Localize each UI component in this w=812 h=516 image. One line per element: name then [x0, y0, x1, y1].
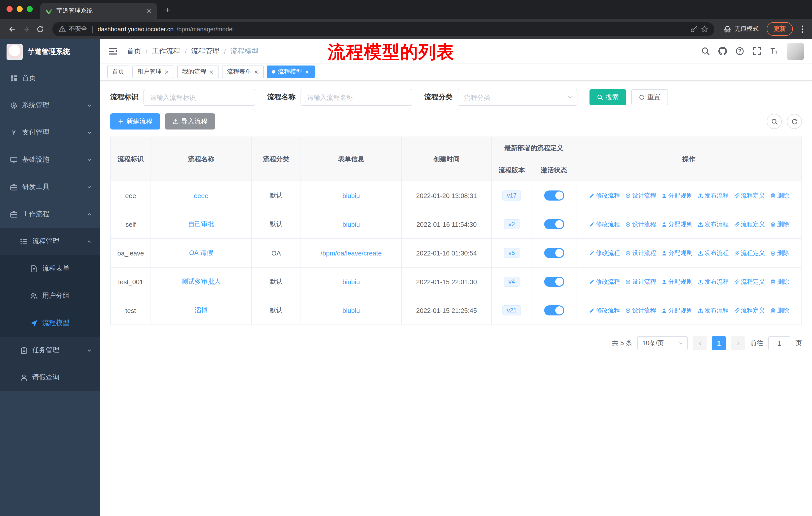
- page-size-select[interactable]: 10条/页: [637, 336, 688, 350]
- toggle-search-button[interactable]: [767, 114, 782, 129]
- version-tag[interactable]: v5: [504, 248, 519, 258]
- op-link-delete[interactable]: 删除: [770, 249, 789, 257]
- op-link-assign[interactable]: 分配规则: [661, 306, 692, 315]
- sidebar-item-system[interactable]: 系统管理: [0, 92, 100, 119]
- breadcrumb-item[interactable]: 流程管理: [191, 47, 220, 56]
- user-avatar[interactable]: [787, 43, 804, 60]
- model-name-link[interactable]: 滔博: [195, 306, 208, 314]
- search-icon[interactable]: [701, 47, 710, 55]
- key-icon[interactable]: [690, 25, 698, 33]
- op-link-edit[interactable]: 修改流程: [589, 249, 620, 257]
- op-link-design[interactable]: 设计流程: [625, 191, 656, 200]
- form-info-link[interactable]: biubiu: [342, 278, 360, 286]
- breadcrumb-item[interactable]: 首页: [127, 47, 141, 56]
- search-button[interactable]: 搜索: [589, 89, 626, 105]
- op-link-publish[interactable]: 发布流程: [697, 191, 729, 200]
- op-link-delete[interactable]: 删除: [770, 191, 789, 200]
- prev-page-button[interactable]: [693, 336, 707, 350]
- close-icon[interactable]: [304, 69, 310, 74]
- op-link-definition[interactable]: 流程定义: [734, 220, 765, 228]
- op-link-delete[interactable]: 删除: [770, 220, 789, 228]
- tag-home[interactable]: 首页: [107, 65, 129, 78]
- close-icon[interactable]: [164, 69, 169, 74]
- op-link-edit[interactable]: 修改流程: [589, 220, 620, 228]
- op-link-design[interactable]: 设计流程: [625, 306, 656, 315]
- form-info-link[interactable]: biubiu: [342, 192, 360, 199]
- breadcrumb-item[interactable]: 工作流程: [152, 47, 180, 56]
- active-toggle[interactable]: [544, 219, 564, 229]
- version-tag[interactable]: v17: [502, 190, 521, 200]
- op-link-edit[interactable]: 修改流程: [589, 191, 620, 200]
- op-link-publish[interactable]: 发布流程: [697, 277, 729, 286]
- active-toggle[interactable]: [544, 190, 564, 200]
- sidebar-item-user-group[interactable]: 用户分组: [0, 282, 100, 309]
- goto-page-input[interactable]: [768, 336, 790, 350]
- op-link-definition[interactable]: 流程定义: [734, 277, 765, 286]
- sidebar-item-process-management[interactable]: 流程管理: [0, 228, 100, 255]
- sidebar-item-infrastructure[interactable]: 基础设施: [0, 146, 100, 173]
- sidebar-item-process-model[interactable]: 流程模型: [0, 309, 100, 336]
- op-link-edit[interactable]: 修改流程: [589, 277, 620, 286]
- url-bar[interactable]: 不安全 dashboard.yudao.iocoder.cn/bpm/manag…: [52, 22, 714, 36]
- op-link-definition[interactable]: 流程定义: [734, 306, 765, 315]
- create-model-button[interactable]: 新建流程: [110, 113, 160, 130]
- filter-key-input[interactable]: [143, 89, 255, 106]
- sidebar-item-payment[interactable]: ¥支付管理: [0, 119, 100, 146]
- op-link-assign[interactable]: 分配规则: [661, 191, 692, 200]
- filter-name-input[interactable]: [300, 89, 412, 106]
- page-button-1[interactable]: 1: [712, 336, 726, 350]
- sidebar-collapse-icon[interactable]: [108, 46, 118, 56]
- op-link-edit[interactable]: 修改流程: [589, 306, 620, 315]
- browser-menu-icon[interactable]: [798, 24, 807, 33]
- tag-process-form[interactable]: 流程表单: [222, 65, 264, 78]
- back-button[interactable]: [5, 22, 19, 36]
- update-button[interactable]: 更新: [767, 22, 793, 36]
- fullscreen-icon[interactable]: [753, 47, 761, 55]
- tag-process-model[interactable]: 流程模型: [267, 65, 315, 78]
- op-link-publish[interactable]: 发布流程: [697, 306, 729, 315]
- refresh-table-button[interactable]: [787, 114, 802, 129]
- font-size-icon[interactable]: [770, 47, 778, 55]
- version-tag[interactable]: v21: [502, 305, 521, 316]
- model-name-link[interactable]: eeee: [194, 192, 208, 199]
- form-info-link[interactable]: /bpm/oa/leave/create: [321, 249, 382, 257]
- model-name-link[interactable]: OA 请假: [189, 249, 213, 256]
- sidebar-item-devtools[interactable]: 研发工具: [0, 173, 100, 200]
- active-toggle[interactable]: [544, 305, 564, 316]
- op-link-assign[interactable]: 分配规则: [661, 220, 692, 228]
- version-tag[interactable]: v2: [504, 219, 519, 229]
- tab-close-icon[interactable]: [146, 8, 152, 14]
- browser-tab[interactable]: 芋道管理系统: [40, 3, 157, 19]
- sidebar-item-process-form[interactable]: 流程表单: [0, 255, 100, 282]
- close-icon[interactable]: [254, 69, 259, 74]
- minimize-window-button[interactable]: [17, 6, 23, 12]
- op-link-assign[interactable]: 分配规则: [661, 277, 692, 286]
- op-link-publish[interactable]: 发布流程: [697, 220, 729, 228]
- sidebar-item-task-management[interactable]: 任务管理: [0, 336, 100, 364]
- op-link-design[interactable]: 设计流程: [625, 277, 656, 286]
- op-link-delete[interactable]: 删除: [770, 277, 789, 286]
- op-link-definition[interactable]: 流程定义: [734, 249, 765, 257]
- github-icon[interactable]: [718, 47, 727, 55]
- op-link-assign[interactable]: 分配规则: [661, 249, 692, 257]
- active-toggle[interactable]: [544, 248, 564, 258]
- form-info-link[interactable]: biubiu: [342, 307, 360, 314]
- version-tag[interactable]: v4: [504, 277, 519, 287]
- filter-category-input[interactable]: [458, 89, 577, 106]
- help-icon[interactable]: [735, 47, 744, 55]
- new-tab-button[interactable]: [161, 3, 174, 17]
- tag-tenant[interactable]: 租户管理: [133, 65, 174, 78]
- close-icon[interactable]: [209, 69, 214, 74]
- import-model-button[interactable]: 导入流程: [165, 113, 215, 130]
- sidebar-item-home[interactable]: 首页: [0, 64, 100, 92]
- sidebar-item-leave-query[interactable]: 请假查询: [0, 364, 100, 391]
- tag-my-process[interactable]: 我的流程: [177, 65, 219, 78]
- op-link-delete[interactable]: 删除: [770, 306, 789, 315]
- maximize-window-button[interactable]: [27, 6, 33, 12]
- close-window-button[interactable]: [6, 6, 12, 12]
- op-link-design[interactable]: 设计流程: [625, 249, 656, 257]
- reload-button[interactable]: [33, 22, 47, 36]
- next-page-button[interactable]: [731, 336, 745, 350]
- op-link-publish[interactable]: 发布流程: [697, 249, 729, 257]
- model-name-link[interactable]: 自己审批: [188, 220, 214, 228]
